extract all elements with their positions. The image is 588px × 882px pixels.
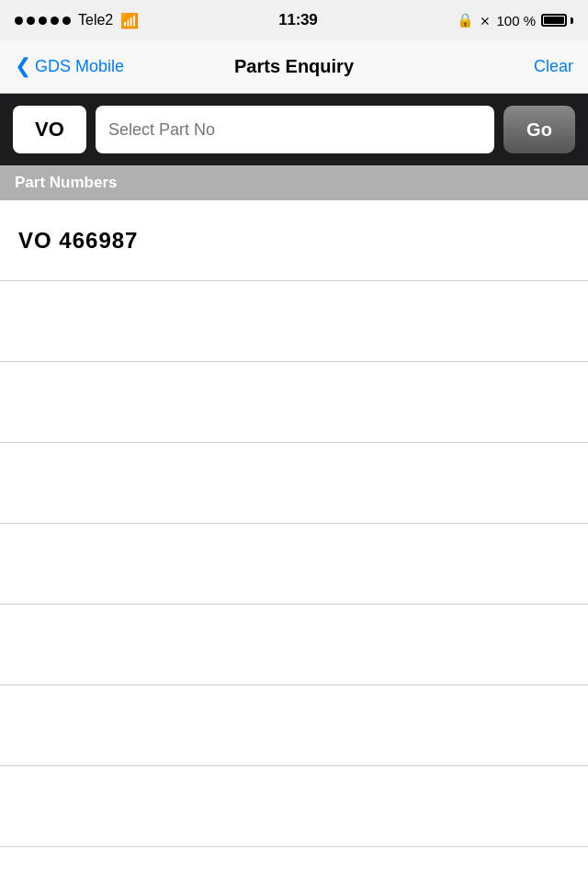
bluetooth-icon: ⨯ (480, 13, 491, 28)
signal-dot (62, 17, 71, 25)
list-item (0, 847, 588, 882)
go-label: Go (526, 119, 552, 141)
back-label[interactable]: GDS Mobile (35, 57, 124, 76)
part-numbers-list: VO 466987 (0, 200, 588, 882)
carrier-label: Tele2 (78, 12, 113, 28)
chevron-left-icon: ❮ (15, 56, 31, 76)
list-item[interactable]: VO 466987 (0, 200, 588, 281)
signal-dot (39, 17, 47, 25)
status-right: 🔒 ⨯ 100 % (457, 12, 573, 28)
clear-button[interactable]: Clear (534, 57, 573, 76)
battery-percent: 100 % (496, 13, 536, 28)
list-item (0, 524, 588, 605)
part-number-value: VO 466987 (18, 228, 138, 254)
page-title: Parts Enquiry (234, 56, 354, 77)
go-button[interactable]: Go (503, 106, 575, 153)
list-item (0, 766, 588, 847)
section-header: Part Numbers (0, 165, 588, 200)
wifi-icon: 📶 (120, 12, 139, 29)
status-bar: Tele2 📶 11:39 🔒 ⨯ 100 % (0, 0, 588, 40)
signal-dot (27, 17, 35, 25)
signal-dot (51, 17, 59, 25)
signal-dots (15, 17, 71, 25)
list-item (0, 281, 588, 362)
time-label: 11:39 (278, 11, 317, 29)
nav-bar: ❮ GDS Mobile Parts Enquiry Clear (0, 40, 588, 94)
list-item (0, 362, 588, 443)
battery-icon (541, 14, 573, 27)
back-button[interactable]: ❮ GDS Mobile (15, 57, 124, 76)
status-left: Tele2 📶 (15, 12, 139, 29)
search-bar: VO Go (0, 94, 588, 165)
prefix-box: VO (13, 106, 86, 153)
signal-dot (15, 17, 23, 25)
prefix-label: VO (35, 118, 64, 141)
section-header-label: Part Numbers (15, 174, 117, 192)
list-item (0, 605, 588, 685)
list-item (0, 685, 588, 766)
part-number-input[interactable] (96, 106, 494, 153)
lock-icon: 🔒 (457, 12, 474, 28)
list-item (0, 443, 588, 524)
